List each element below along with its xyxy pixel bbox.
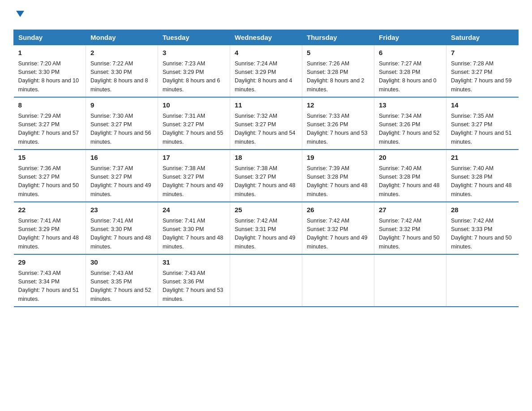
header-tuesday: Tuesday <box>158 30 230 45</box>
calendar-cell: 14Sunrise: 7:35 AMSunset: 3:27 PMDayligh… <box>446 97 519 150</box>
day-number: 5 <box>307 48 369 58</box>
calendar-cell: 24Sunrise: 7:41 AMSunset: 3:30 PMDayligh… <box>158 202 230 254</box>
day-number: 21 <box>451 153 514 163</box>
calendar-cell: 23Sunrise: 7:41 AMSunset: 3:30 PMDayligh… <box>86 202 158 254</box>
calendar-cell: 3Sunrise: 7:23 AMSunset: 3:29 PMDaylight… <box>158 45 230 98</box>
calendar-cell: 26Sunrise: 7:42 AMSunset: 3:32 PMDayligh… <box>302 202 374 254</box>
day-info: Sunrise: 7:40 AMSunset: 3:28 PMDaylight:… <box>451 164 514 199</box>
calendar-cell: 8Sunrise: 7:29 AMSunset: 3:27 PMDaylight… <box>14 97 86 150</box>
calendar-cell <box>374 254 446 307</box>
day-number: 22 <box>18 205 82 215</box>
header-saturday: Saturday <box>446 30 519 45</box>
day-info: Sunrise: 7:31 AMSunset: 3:27 PMDaylight:… <box>163 112 225 147</box>
day-number: 16 <box>90 153 153 163</box>
calendar-cell: 25Sunrise: 7:42 AMSunset: 3:31 PMDayligh… <box>230 202 302 254</box>
calendar-cell: 5Sunrise: 7:26 AMSunset: 3:28 PMDaylight… <box>302 45 374 98</box>
day-info: Sunrise: 7:42 AMSunset: 3:33 PMDaylight:… <box>451 217 514 252</box>
day-info: Sunrise: 7:43 AMSunset: 3:34 PMDaylight:… <box>18 269 82 304</box>
calendar-cell: 15Sunrise: 7:36 AMSunset: 3:27 PMDayligh… <box>14 150 86 202</box>
day-number: 2 <box>90 48 153 58</box>
svg-marker-0 <box>16 11 24 17</box>
day-number: 1 <box>18 48 82 58</box>
calendar-cell: 28Sunrise: 7:42 AMSunset: 3:33 PMDayligh… <box>446 202 519 254</box>
calendar-cell: 11Sunrise: 7:32 AMSunset: 3:27 PMDayligh… <box>230 97 302 150</box>
calendar-cell <box>446 254 519 307</box>
header-friday: Friday <box>374 30 446 45</box>
day-info: Sunrise: 7:39 AMSunset: 3:28 PMDaylight:… <box>307 164 369 199</box>
header-sunday: Sunday <box>14 30 86 45</box>
calendar-cell: 9Sunrise: 7:30 AMSunset: 3:27 PMDaylight… <box>86 97 158 150</box>
day-info: Sunrise: 7:38 AMSunset: 3:27 PMDaylight:… <box>235 164 297 199</box>
calendar-cell: 17Sunrise: 7:38 AMSunset: 3:27 PMDayligh… <box>158 150 230 202</box>
day-number: 12 <box>307 100 369 111</box>
day-number: 3 <box>163 48 225 58</box>
day-number: 30 <box>90 257 153 268</box>
day-info: Sunrise: 7:41 AMSunset: 3:29 PMDaylight:… <box>18 217 82 252</box>
day-number: 15 <box>18 153 82 163</box>
day-info: Sunrise: 7:23 AMSunset: 3:29 PMDaylight:… <box>163 60 225 94</box>
day-number: 19 <box>307 153 369 163</box>
day-info: Sunrise: 7:30 AMSunset: 3:27 PMDaylight:… <box>90 112 153 147</box>
day-info: Sunrise: 7:42 AMSunset: 3:32 PMDaylight:… <box>307 217 369 252</box>
calendar-cell: 4Sunrise: 7:24 AMSunset: 3:29 PMDaylight… <box>230 45 302 98</box>
calendar-week-5: 29Sunrise: 7:43 AMSunset: 3:34 PMDayligh… <box>14 254 519 307</box>
header-thursday: Thursday <box>302 30 374 45</box>
calendar-cell: 12Sunrise: 7:33 AMSunset: 3:26 PMDayligh… <box>302 97 374 150</box>
day-info: Sunrise: 7:33 AMSunset: 3:26 PMDaylight:… <box>307 112 369 147</box>
day-info: Sunrise: 7:35 AMSunset: 3:27 PMDaylight:… <box>451 112 514 147</box>
day-number: 28 <box>451 205 514 215</box>
day-number: 4 <box>235 48 297 58</box>
calendar-cell: 6Sunrise: 7:27 AMSunset: 3:28 PMDaylight… <box>374 45 446 98</box>
day-number: 9 <box>90 100 153 111</box>
header-monday: Monday <box>86 30 158 45</box>
calendar-week-3: 15Sunrise: 7:36 AMSunset: 3:27 PMDayligh… <box>14 150 519 202</box>
calendar-cell: 18Sunrise: 7:38 AMSunset: 3:27 PMDayligh… <box>230 150 302 202</box>
day-number: 11 <box>235 100 297 111</box>
day-number: 8 <box>18 100 82 111</box>
day-info: Sunrise: 7:41 AMSunset: 3:30 PMDaylight:… <box>90 217 153 252</box>
header-wednesday: Wednesday <box>230 30 302 45</box>
day-info: Sunrise: 7:32 AMSunset: 3:27 PMDaylight:… <box>235 112 297 147</box>
day-info: Sunrise: 7:42 AMSunset: 3:31 PMDaylight:… <box>235 217 297 252</box>
logo-triangle-icon <box>15 9 25 19</box>
day-info: Sunrise: 7:43 AMSunset: 3:35 PMDaylight:… <box>90 269 153 304</box>
day-info: Sunrise: 7:27 AMSunset: 3:28 PMDaylight:… <box>379 60 442 94</box>
calendar-header: SundayMondayTuesdayWednesdayThursdayFrid… <box>14 30 519 45</box>
day-number: 29 <box>18 257 82 268</box>
calendar-cell: 16Sunrise: 7:37 AMSunset: 3:27 PMDayligh… <box>86 150 158 202</box>
day-info: Sunrise: 7:40 AMSunset: 3:28 PMDaylight:… <box>379 164 442 199</box>
calendar-week-2: 8Sunrise: 7:29 AMSunset: 3:27 PMDaylight… <box>14 97 519 150</box>
day-number: 25 <box>235 205 297 215</box>
day-number: 24 <box>163 205 225 215</box>
calendar-cell: 22Sunrise: 7:41 AMSunset: 3:29 PMDayligh… <box>14 202 86 254</box>
calendar-week-1: 1Sunrise: 7:20 AMSunset: 3:30 PMDaylight… <box>14 45 519 98</box>
calendar-cell: 30Sunrise: 7:43 AMSunset: 3:35 PMDayligh… <box>86 254 158 307</box>
day-info: Sunrise: 7:26 AMSunset: 3:28 PMDaylight:… <box>307 60 369 94</box>
calendar-table: SundayMondayTuesdayWednesdayThursdayFrid… <box>13 30 519 307</box>
day-number: 26 <box>307 205 369 215</box>
day-number: 6 <box>379 48 442 58</box>
day-number: 17 <box>163 153 225 163</box>
day-number: 10 <box>163 100 225 111</box>
day-number: 18 <box>235 153 297 163</box>
calendar-cell <box>302 254 374 307</box>
day-info: Sunrise: 7:43 AMSunset: 3:36 PMDaylight:… <box>163 269 225 304</box>
day-number: 13 <box>379 100 442 111</box>
calendar-cell: 27Sunrise: 7:42 AMSunset: 3:32 PMDayligh… <box>374 202 446 254</box>
calendar-cell: 31Sunrise: 7:43 AMSunset: 3:36 PMDayligh… <box>158 254 230 307</box>
calendar-cell: 7Sunrise: 7:28 AMSunset: 3:27 PMDaylight… <box>446 45 519 98</box>
day-number: 23 <box>90 205 153 215</box>
day-info: Sunrise: 7:34 AMSunset: 3:26 PMDaylight:… <box>379 112 442 147</box>
day-number: 7 <box>451 48 514 58</box>
day-number: 14 <box>451 100 514 111</box>
calendar-cell: 13Sunrise: 7:34 AMSunset: 3:26 PMDayligh… <box>374 97 446 150</box>
day-info: Sunrise: 7:22 AMSunset: 3:30 PMDaylight:… <box>90 60 153 94</box>
calendar-cell: 19Sunrise: 7:39 AMSunset: 3:28 PMDayligh… <box>302 150 374 202</box>
day-info: Sunrise: 7:42 AMSunset: 3:32 PMDaylight:… <box>379 217 442 252</box>
day-info: Sunrise: 7:20 AMSunset: 3:30 PMDaylight:… <box>18 60 82 94</box>
day-info: Sunrise: 7:29 AMSunset: 3:27 PMDaylight:… <box>18 112 82 147</box>
day-info: Sunrise: 7:36 AMSunset: 3:27 PMDaylight:… <box>18 164 82 199</box>
day-info: Sunrise: 7:38 AMSunset: 3:27 PMDaylight:… <box>163 164 225 199</box>
calendar-week-4: 22Sunrise: 7:41 AMSunset: 3:29 PMDayligh… <box>14 202 519 254</box>
day-info: Sunrise: 7:24 AMSunset: 3:29 PMDaylight:… <box>235 60 297 94</box>
